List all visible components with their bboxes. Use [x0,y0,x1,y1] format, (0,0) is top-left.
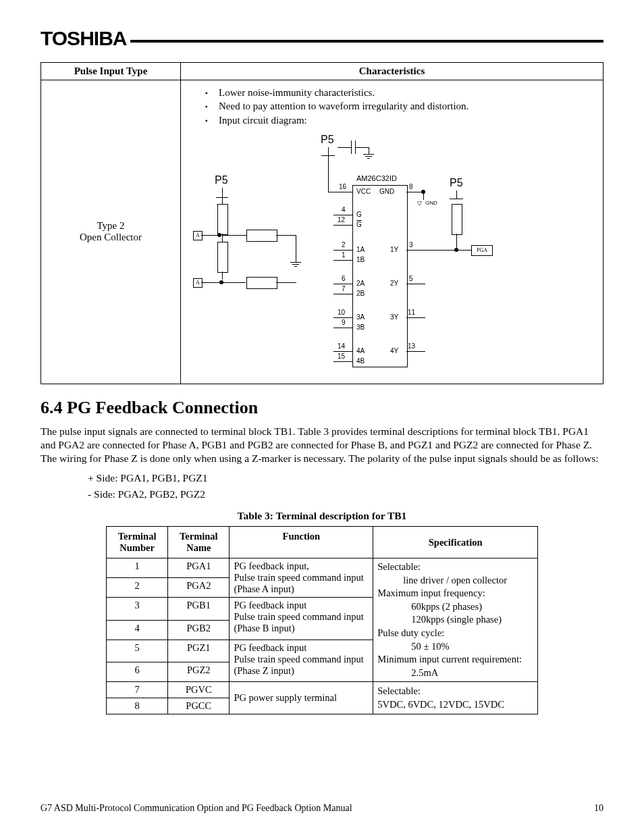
t2-r5-name: PGZ1 [168,640,230,662]
diag-2b: 2B [356,290,365,297]
diag-gbar: G [356,221,362,228]
funcZ2: Pulse train speed command input (Phase Z… [234,654,364,676]
diag-A1: A [193,231,203,240]
t2-h4: Specification [373,527,538,558]
t1-h1: Pulse Input Type [41,63,181,80]
spec1-l2: line driver / open collector [377,574,533,588]
bullet-2: Need to pay attention to waveform irregu… [200,99,596,113]
footer: G7 ASD Multi-Protocol Communication Opti… [41,803,603,814]
diag-pin13: 13 [408,342,415,350]
diag-pin12: 12 [338,216,345,224]
header: TOSHIBA [41,27,603,50]
diag-pin1: 1 [342,251,346,259]
funcZ1: PG feedback input [234,642,306,653]
brand-logo: TOSHIBA [41,27,126,50]
t2-r4-num: 4 [107,620,168,640]
diag-gnd: GND [379,188,394,195]
diag-vgnd: GND [425,200,437,206]
diag-ic: AM26C32ID [356,174,397,182]
t2-r4-name: PGB2 [168,620,230,640]
t2-r7-num: 7 [107,682,168,698]
diag-pga: PGA [471,245,493,256]
diag-pin3: 3 [409,241,413,249]
spec1-l6: Pulse duty cycle: [377,627,533,640]
t2-r1-num: 1 [107,558,168,578]
spec2-l2: 5VDC, 6VDC, 12VDC, 15VDC [377,698,533,712]
diag-pin14: 14 [338,342,345,350]
diag-2y: 2Y [390,280,398,287]
funcA1: PG feedback input, [234,561,309,571]
diag-1a: 1A [356,246,365,253]
body-para: The pulse input signals are connected to… [41,425,603,465]
spec2-l1: Selectable: [377,685,533,698]
table3-caption: Table 3: Terminal description for TB1 [41,510,603,522]
diag-1b: 1B [356,256,365,263]
diag-1y: 1Y [390,246,398,253]
diag-g: G [356,211,362,218]
diag-vgnd-icon: ▽ [417,200,422,207]
diag-vcc: VCC [356,188,371,195]
t2-r8-name: PGCC [168,698,230,714]
diag-pin9: 9 [342,319,346,326]
spec1-l4: 60kpps (2 phases) [377,600,533,614]
char-list: Lower noise-immunity characteristics. Ne… [200,86,596,127]
t2-r1-name: PGA1 [168,558,230,578]
diag-4a: 4A [356,347,365,355]
diag-pin6: 6 [342,275,346,282]
diag-4y: 4Y [390,347,398,355]
t2-r3-num: 3 [107,598,168,621]
polarity-plus: + Side: PGA1, PGB1, PGZ1 [88,472,603,484]
spec1-l7: 50 ± 10% [377,640,533,654]
diag-pin16: 16 [339,183,346,190]
t2-h1: Terminal Number [107,527,168,558]
diag-pin15: 15 [338,353,345,360]
t2-r2-name: PGA2 [168,578,230,598]
t2-funcZ: PG feedback input Pulse train speed comm… [230,640,373,682]
pulse-input-table: Pulse Input Type Characteristics Type 2 … [41,62,603,384]
t2-r5-num: 5 [107,640,168,662]
diag-4b: 4B [356,357,365,365]
header-rule [130,40,603,43]
polarity-list: + Side: PGA1, PGB1, PGZ1 - Side: PGA2, P… [88,472,603,500]
diag-pin2: 2 [342,241,346,249]
t2-h2: Terminal Name [168,527,230,558]
diag-2a: 2A [356,280,365,287]
funcA2: Pulse train speed command input (Phase A… [234,572,364,594]
t2-spec2: Selectable: 5VDC, 6VDC, 12VDC, 15VDC [373,682,538,714]
diag-pin8: 8 [409,183,413,190]
bullet-3: Input circuit diagram: [200,113,596,127]
diag-3a: 3A [356,313,365,321]
t2-funcB: PG feedback input Pulse train speed comm… [230,598,373,640]
t1-h2: Characteristics [181,63,603,80]
t2-r7-name: PGVC [168,682,230,698]
diag-pin4: 4 [342,206,346,213]
t2-r3-name: PGB1 [168,598,230,621]
diag-3b: 3B [356,323,365,331]
diag-pin7: 7 [342,285,346,292]
t2-funcA: PG feedback input, Pulse train speed com… [230,558,373,598]
diag-pin11: 11 [408,309,415,316]
diag-pin10: 10 [338,309,345,316]
t1-rowlabel: Type 2 Open Collector [41,80,181,384]
polarity-minus: - Side: PGA2, PGB2, PGZ2 [88,488,603,500]
section-heading: 6.4 PG Feedback Connection [41,398,603,418]
diag-p5b: P5 [321,134,334,146]
spec1-l1: Selectable: [377,561,533,574]
t1-char-cell: Lower noise-immunity characteristics. Ne… [181,80,603,384]
t2-r2-num: 2 [107,578,168,598]
spec1-l9: 2.5mA [377,667,533,680]
circuit-diagram: P5 A A [188,134,596,377]
funcB1: PG feedback input [234,600,306,610]
diag-A2: A [193,278,203,288]
diag-3y: 3Y [390,313,398,321]
diag-p5a: P5 [215,174,228,186]
t2-funcPwr: PG power supply terminal [230,682,373,714]
bullet-1: Lower noise-immunity characteristics. [200,86,596,99]
terminal-table: Terminal Number Terminal Name Function S… [106,526,538,714]
t2-r8-num: 8 [107,698,168,714]
funcB2: Pulse train speed command input (Phase B… [234,611,364,633]
spec1-l3: Maximum input frequency: [377,587,533,600]
t2-r6-num: 6 [107,662,168,682]
t2-r6-name: PGZ2 [168,662,230,682]
spec1-l5: 120kpps (single phase) [377,613,533,627]
